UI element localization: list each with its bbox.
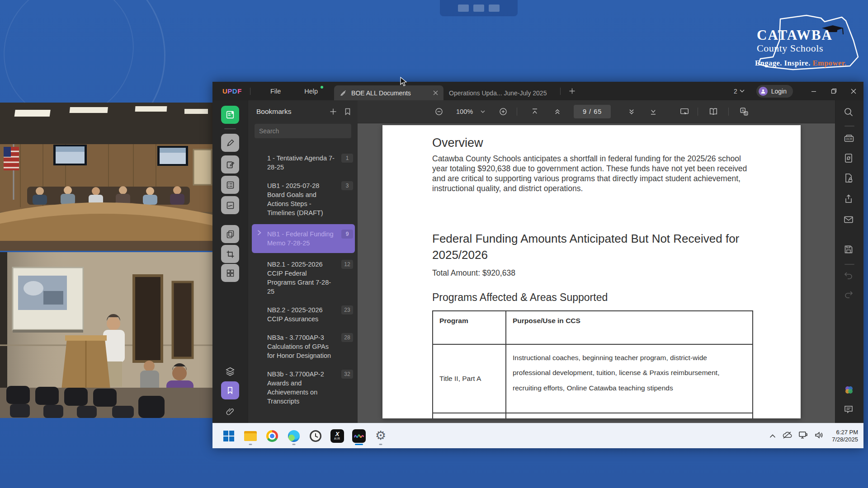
gear-icon: ⚙	[375, 430, 386, 442]
video-feed-podium	[0, 252, 212, 418]
zoom-in-button[interactable]	[499, 100, 508, 123]
bookmark-item[interactable]: 1 - Tentative Agenda 7-28-25 1	[252, 151, 355, 174]
left-tool-rail	[212, 100, 248, 423]
tray-expand-icon[interactable]	[769, 432, 776, 440]
page-indicator[interactable]: 9 / 65	[574, 105, 611, 118]
ai-assistant-button[interactable]	[843, 384, 855, 396]
close-button[interactable]	[844, 82, 863, 100]
zoom-level[interactable]: 100%	[456, 100, 473, 123]
layers-button[interactable]	[221, 362, 239, 380]
pdf-toolbar: 100% 9 / 65	[358, 100, 835, 123]
bookmark-item[interactable]: NB3b - 3.7700AP-2 Awards and Achievement…	[252, 367, 355, 408]
presentation-mode-button[interactable]	[679, 100, 689, 123]
volume-icon[interactable]	[815, 432, 824, 441]
onedrive-paused-icon[interactable]	[782, 432, 792, 441]
reading-mode-button[interactable]	[708, 100, 718, 123]
xair-app-button[interactable]: XAIR	[328, 426, 346, 446]
edge-button[interactable]	[285, 426, 303, 446]
crop-button[interactable]	[221, 245, 239, 263]
district-subtitle: County Schools	[757, 42, 823, 54]
bookmarks-button[interactable]	[221, 381, 239, 399]
doc-overview-paragraph: Catawba County Schools anticipates a sho…	[432, 154, 749, 193]
podium	[61, 335, 110, 389]
bookmark-item[interactable]: NB2.2 - 2025-2026 CCIP Assurances 23	[252, 303, 355, 326]
protect-button[interactable]	[843, 173, 854, 183]
share-button[interactable]	[843, 193, 854, 204]
edit-pdf-button[interactable]	[221, 155, 239, 174]
tab-label: Operations Upda... June-July 2025	[449, 89, 551, 97]
document-view[interactable]: Overview Catawba County Schools anticipa…	[358, 123, 835, 423]
bookmark-page-number: 3	[341, 181, 353, 190]
restore-button[interactable]	[824, 82, 844, 100]
comments-panel-button[interactable]	[843, 404, 854, 415]
svg-text:OCR: OCR	[846, 137, 853, 141]
next-page-button[interactable]	[627, 100, 636, 123]
tab-close-icon[interactable]	[433, 90, 438, 95]
bookmarks-panel: Bookmarks 1 - Tentative Agenda 7-28-25 1	[248, 100, 358, 423]
bookmark-ribbon-icon[interactable]	[344, 108, 351, 115]
edit-disabled-icon	[340, 89, 347, 97]
divider	[698, 108, 698, 116]
settings-button[interactable]: ⚙	[372, 426, 390, 446]
start-button[interactable]	[220, 426, 238, 446]
windows-taskbar: XAIR ⚙	[212, 423, 863, 448]
tab-boe-all-documents[interactable]: BOE ALL Documents	[334, 85, 443, 100]
redo-button[interactable]	[843, 289, 854, 300]
zoom-dropdown-icon[interactable]	[481, 100, 485, 123]
divider	[224, 128, 236, 129]
previous-page-button[interactable]	[553, 100, 562, 123]
form-button[interactable]	[221, 176, 239, 194]
divider	[250, 88, 250, 95]
bookmark-item-selected[interactable]: NB1 - Federal Funding Memo 7-28-25 9	[252, 224, 355, 253]
right-tool-rail: OCR	[835, 100, 863, 423]
video-feed-boardroom	[0, 103, 212, 251]
reader-mode-button[interactable]	[221, 106, 239, 124]
chevron-right-icon[interactable]	[257, 230, 261, 235]
last-page-button[interactable]	[649, 100, 658, 123]
updf-logo: UPDF	[222, 87, 242, 95]
clock-app-button[interactable]	[307, 426, 325, 446]
divider	[560, 88, 561, 95]
minimize-button[interactable]	[804, 82, 824, 100]
undo-button[interactable]	[843, 270, 854, 281]
bookmark-list: 1 - Tentative Agenda 7-28-25 1 UB1 - 202…	[252, 151, 355, 423]
divider	[844, 126, 854, 127]
doc-total-amount: Total Amount: $920,638	[432, 268, 754, 278]
tab-operations-update[interactable]: Operations Upda... June-July 2025	[443, 85, 557, 100]
convert-button[interactable]	[843, 153, 854, 164]
menu-help[interactable]: Help	[292, 88, 330, 95]
comment-markup-button[interactable]	[221, 134, 239, 152]
translate-button[interactable]: A	[739, 100, 749, 123]
bookmark-item[interactable]: NB2.1 - 2025-2026 CCIP Federal Programs …	[252, 257, 355, 299]
taskbar-clock[interactable]: 6:27 PM 7/28/2025	[832, 429, 858, 443]
pdf-page: Overview Catawba County Schools anticipa…	[382, 125, 801, 418]
ocr-button[interactable]: OCR	[843, 133, 855, 145]
mouse-cursor	[400, 77, 408, 89]
updf-app-button[interactable]	[350, 426, 368, 446]
save-button[interactable]	[843, 244, 854, 255]
bookmark-search-input[interactable]	[255, 124, 351, 138]
bookmark-item[interactable]: UB1 - 2025-07-28 Board Goals and Actions…	[252, 178, 355, 220]
tab-label: BOE ALL Documents	[351, 89, 429, 97]
tab-count-dropdown[interactable]: 2	[734, 88, 745, 95]
first-page-button[interactable]	[530, 100, 539, 123]
chrome-button[interactable]	[263, 426, 281, 446]
email-button[interactable]	[843, 214, 854, 225]
zoom-out-button[interactable]	[434, 100, 443, 123]
titlebar[interactable]: UPDF File Help BOE ALL Documents Operati…	[212, 82, 863, 100]
bookmark-item[interactable]: NB3a - 3.7700AP-3 Calculations of GPAs f…	[252, 330, 355, 363]
login-button[interactable]: Login	[756, 85, 793, 98]
divider	[844, 264, 854, 265]
new-tab-button[interactable]	[569, 88, 576, 94]
add-bookmark-icon[interactable]	[330, 108, 337, 115]
attachment-button[interactable]	[221, 402, 239, 420]
search-button[interactable]	[843, 107, 854, 117]
file-explorer-button[interactable]	[241, 426, 259, 446]
pages-button[interactable]	[221, 225, 239, 243]
menu-file[interactable]: File	[259, 88, 292, 95]
network-icon[interactable]	[798, 431, 808, 441]
sign-button[interactable]	[221, 196, 239, 214]
wall-tv-left	[53, 145, 87, 165]
edge-icon	[288, 430, 300, 442]
organize-button[interactable]	[221, 264, 239, 282]
